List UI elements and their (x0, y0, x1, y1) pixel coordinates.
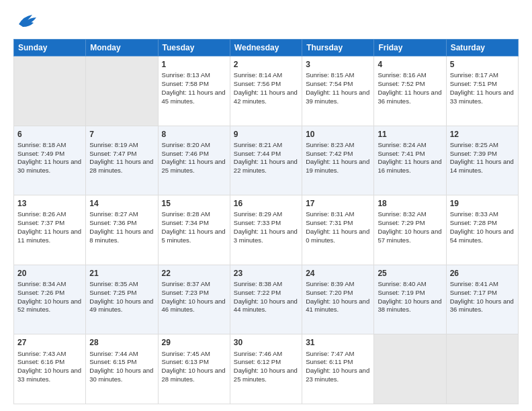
calendar-cell: 19Sunrise: 8:33 AM Sunset: 7:28 PM Dayli… (446, 195, 518, 265)
weekday-header-wednesday: Wednesday (230, 40, 302, 56)
calendar-cell (86, 56, 158, 126)
day-number: 17 (306, 198, 370, 209)
calendar-week-2: 6Sunrise: 8:18 AM Sunset: 7:49 PM Daylig… (14, 126, 519, 195)
day-number: 10 (306, 129, 370, 140)
day-number: 26 (450, 268, 515, 279)
weekday-header-tuesday: Tuesday (158, 40, 230, 56)
calendar-table: SundayMondayTuesdayWednesdayThursdayFrid… (13, 39, 519, 404)
day-info: Sunrise: 8:16 AM Sunset: 7:52 PM Dayligh… (378, 71, 442, 105)
day-info: Sunrise: 8:31 AM Sunset: 7:31 PM Dayligh… (306, 210, 370, 244)
day-info: Sunrise: 8:17 AM Sunset: 7:51 PM Dayligh… (450, 71, 515, 105)
day-info: Sunrise: 8:41 AM Sunset: 7:17 PM Dayligh… (450, 280, 515, 314)
day-info: Sunrise: 7:47 AM Sunset: 6:11 PM Dayligh… (306, 350, 370, 384)
calendar-cell (446, 334, 518, 404)
calendar-cell: 17Sunrise: 8:31 AM Sunset: 7:31 PM Dayli… (302, 195, 374, 265)
calendar-cell (374, 334, 446, 404)
calendar-cell: 31Sunrise: 7:47 AM Sunset: 6:11 PM Dayli… (302, 334, 374, 404)
calendar-cell: 13Sunrise: 8:26 AM Sunset: 7:37 PM Dayli… (14, 195, 86, 265)
calendar-cell: 29Sunrise: 7:45 AM Sunset: 6:13 PM Dayli… (158, 334, 230, 404)
day-number: 6 (17, 129, 82, 140)
calendar-cell: 3Sunrise: 8:15 AM Sunset: 7:54 PM Daylig… (302, 56, 374, 126)
day-number: 28 (89, 337, 154, 348)
day-info: Sunrise: 8:39 AM Sunset: 7:20 PM Dayligh… (306, 280, 370, 314)
calendar-cell: 4Sunrise: 8:16 AM Sunset: 7:52 PM Daylig… (374, 56, 446, 126)
day-info: Sunrise: 8:37 AM Sunset: 7:23 PM Dayligh… (162, 280, 226, 314)
day-number: 5 (450, 59, 515, 70)
day-number: 31 (306, 337, 370, 348)
day-number: 12 (450, 129, 515, 140)
calendar-cell: 23Sunrise: 8:38 AM Sunset: 7:22 PM Dayli… (230, 265, 302, 334)
day-info: Sunrise: 7:46 AM Sunset: 6:12 PM Dayligh… (234, 350, 298, 384)
day-number: 9 (234, 129, 298, 140)
calendar-cell: 20Sunrise: 8:34 AM Sunset: 7:26 PM Dayli… (14, 265, 86, 334)
calendar-cell: 14Sunrise: 8:27 AM Sunset: 7:36 PM Dayli… (86, 195, 158, 265)
day-info: Sunrise: 8:24 AM Sunset: 7:41 PM Dayligh… (378, 141, 442, 175)
weekday-header-monday: Monday (86, 40, 158, 56)
day-info: Sunrise: 8:20 AM Sunset: 7:46 PM Dayligh… (162, 141, 226, 175)
calendar-cell: 2Sunrise: 8:14 AM Sunset: 7:56 PM Daylig… (230, 56, 302, 126)
day-info: Sunrise: 8:26 AM Sunset: 7:37 PM Dayligh… (17, 210, 82, 244)
day-number: 14 (89, 198, 154, 209)
day-number: 23 (234, 268, 298, 279)
day-info: Sunrise: 8:29 AM Sunset: 7:33 PM Dayligh… (234, 210, 298, 244)
calendar-cell: 22Sunrise: 8:37 AM Sunset: 7:23 PM Dayli… (158, 265, 230, 334)
day-info: Sunrise: 7:43 AM Sunset: 6:16 PM Dayligh… (17, 350, 82, 384)
calendar-cell: 12Sunrise: 8:25 AM Sunset: 7:39 PM Dayli… (446, 126, 518, 195)
day-info: Sunrise: 8:19 AM Sunset: 7:47 PM Dayligh… (89, 141, 154, 175)
day-info: Sunrise: 8:15 AM Sunset: 7:54 PM Dayligh… (306, 71, 370, 105)
calendar-cell: 25Sunrise: 8:40 AM Sunset: 7:19 PM Dayli… (374, 265, 446, 334)
calendar-header-row: SundayMondayTuesdayWednesdayThursdayFrid… (14, 40, 519, 56)
page: SundayMondayTuesdayWednesdayThursdayFrid… (0, 0, 532, 411)
day-number: 2 (234, 59, 298, 70)
day-info: Sunrise: 8:23 AM Sunset: 7:42 PM Dayligh… (306, 141, 370, 175)
day-info: Sunrise: 8:14 AM Sunset: 7:56 PM Dayligh… (234, 71, 298, 105)
day-info: Sunrise: 7:45 AM Sunset: 6:13 PM Dayligh… (162, 350, 226, 384)
calendar-cell: 9Sunrise: 8:21 AM Sunset: 7:44 PM Daylig… (230, 126, 302, 195)
day-number: 7 (89, 129, 154, 140)
calendar-cell: 21Sunrise: 8:35 AM Sunset: 7:25 PM Dayli… (86, 265, 158, 334)
day-info: Sunrise: 8:32 AM Sunset: 7:29 PM Dayligh… (378, 210, 442, 244)
calendar-cell: 7Sunrise: 8:19 AM Sunset: 7:47 PM Daylig… (86, 126, 158, 195)
calendar-cell: 8Sunrise: 8:20 AM Sunset: 7:46 PM Daylig… (158, 126, 230, 195)
day-number: 16 (234, 198, 298, 209)
day-number: 11 (378, 129, 442, 140)
day-number: 21 (89, 268, 154, 279)
logo-icon (13, 11, 40, 32)
weekday-header-saturday: Saturday (446, 40, 518, 56)
day-info: Sunrise: 8:35 AM Sunset: 7:25 PM Dayligh… (89, 280, 154, 314)
calendar-cell: 6Sunrise: 8:18 AM Sunset: 7:49 PM Daylig… (14, 126, 86, 195)
day-info: Sunrise: 8:28 AM Sunset: 7:34 PM Dayligh… (162, 210, 226, 244)
day-info: Sunrise: 8:33 AM Sunset: 7:28 PM Dayligh… (450, 210, 515, 244)
day-number: 15 (162, 198, 226, 209)
calendar-cell: 26Sunrise: 8:41 AM Sunset: 7:17 PM Dayli… (446, 265, 518, 334)
day-number: 25 (378, 268, 442, 279)
day-info: Sunrise: 8:25 AM Sunset: 7:39 PM Dayligh… (450, 141, 515, 175)
day-number: 8 (162, 129, 226, 140)
weekday-header-thursday: Thursday (302, 40, 374, 56)
weekday-header-friday: Friday (374, 40, 446, 56)
day-number: 20 (17, 268, 82, 279)
calendar-week-5: 27Sunrise: 7:43 AM Sunset: 6:16 PM Dayli… (14, 334, 519, 404)
day-number: 1 (162, 59, 226, 70)
day-number: 19 (450, 198, 515, 209)
calendar-cell: 5Sunrise: 8:17 AM Sunset: 7:51 PM Daylig… (446, 56, 518, 126)
calendar-week-3: 13Sunrise: 8:26 AM Sunset: 7:37 PM Dayli… (14, 195, 519, 265)
day-info: Sunrise: 8:13 AM Sunset: 7:58 PM Dayligh… (162, 71, 226, 105)
day-number: 4 (378, 59, 442, 70)
day-number: 29 (162, 337, 226, 348)
calendar-cell: 1Sunrise: 8:13 AM Sunset: 7:58 PM Daylig… (158, 56, 230, 126)
calendar-cell (14, 56, 86, 126)
calendar-week-1: 1Sunrise: 8:13 AM Sunset: 7:58 PM Daylig… (14, 56, 519, 126)
day-info: Sunrise: 8:18 AM Sunset: 7:49 PM Dayligh… (17, 141, 82, 175)
calendar-cell: 11Sunrise: 8:24 AM Sunset: 7:41 PM Dayli… (374, 126, 446, 195)
day-info: Sunrise: 8:38 AM Sunset: 7:22 PM Dayligh… (234, 280, 298, 314)
weekday-header-sunday: Sunday (14, 40, 86, 56)
day-info: Sunrise: 8:34 AM Sunset: 7:26 PM Dayligh… (17, 280, 82, 314)
day-info: Sunrise: 7:44 AM Sunset: 6:15 PM Dayligh… (89, 350, 154, 384)
header (13, 11, 519, 32)
day-info: Sunrise: 8:40 AM Sunset: 7:19 PM Dayligh… (378, 280, 442, 314)
logo (13, 11, 40, 32)
calendar-cell: 24Sunrise: 8:39 AM Sunset: 7:20 PM Dayli… (302, 265, 374, 334)
day-number: 24 (306, 268, 370, 279)
calendar-cell: 30Sunrise: 7:46 AM Sunset: 6:12 PM Dayli… (230, 334, 302, 404)
